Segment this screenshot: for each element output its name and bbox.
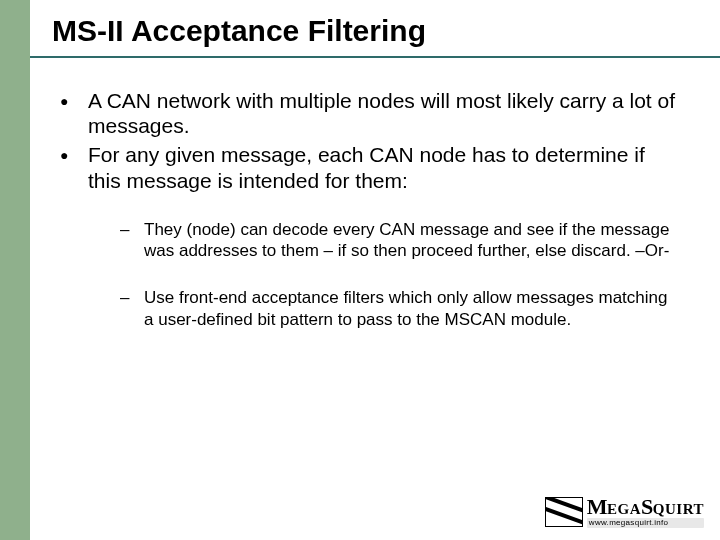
sub-bullet-item: – They (node) can decode every CAN messa… [120, 219, 680, 262]
bullet-text: For any given message, each CAN node has… [88, 142, 680, 192]
slide-title: MS-II Acceptance Filtering [52, 14, 426, 48]
bullet-item: ● A CAN network with multiple nodes will… [60, 88, 680, 138]
slide-body: ● A CAN network with multiple nodes will… [60, 88, 680, 356]
logo-brand: MEGASQUIRT [587, 496, 704, 518]
bullet-dot-icon: ● [60, 88, 88, 110]
slide: MS-II Acceptance Filtering ● A CAN netwo… [0, 0, 720, 540]
megasquirt-icon [545, 497, 583, 527]
bullet-item: ● For any given message, each CAN node h… [60, 142, 680, 192]
sub-bullet-item: – Use front-end acceptance filters which… [120, 287, 680, 330]
sub-bullet-group: – They (node) can decode every CAN messa… [120, 219, 680, 330]
logo-text-block: MEGASQUIRT www.megasquirt.info [587, 496, 704, 528]
dash-icon: – [120, 287, 144, 308]
bullet-dot-icon: ● [60, 142, 88, 164]
bullet-text: A CAN network with multiple nodes will m… [88, 88, 680, 138]
dash-icon: – [120, 219, 144, 240]
sub-bullet-text: They (node) can decode every CAN message… [144, 219, 680, 262]
logo-url: www.megasquirt.info [587, 518, 704, 528]
left-accent-band [0, 0, 30, 540]
sub-bullet-text: Use front-end acceptance filters which o… [144, 287, 680, 330]
footer-logo: MEGASQUIRT www.megasquirt.info [545, 496, 704, 528]
title-underline [30, 56, 720, 58]
